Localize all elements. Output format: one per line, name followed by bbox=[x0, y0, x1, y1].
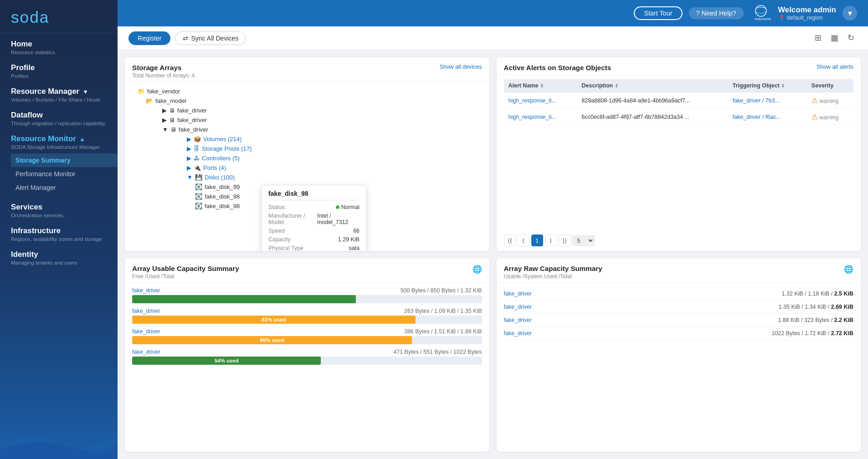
alert-name-col-header[interactable]: Alert Name ⇕ bbox=[504, 79, 577, 92]
tree-driver-2-item[interactable]: ▶ 🖥 fake_driver bbox=[157, 115, 482, 125]
toolbar-left: Register ⇄ Sync All Devices bbox=[128, 31, 246, 45]
raw-cap-label-2[interactable]: fake_driver bbox=[504, 304, 532, 310]
tooltip-physical-type-row: Physical Type sata bbox=[268, 245, 360, 251]
tooltip-speed-row: Speed 66 bbox=[268, 228, 360, 234]
capacity-row-4: fake_driver 471 Bytes / 551 Bytes / 1022… bbox=[132, 349, 482, 365]
sidebar-home-sub: Resource statistics bbox=[11, 50, 107, 55]
cap-bar-3: 80% used bbox=[132, 336, 412, 344]
controllers-icon: 🖧 bbox=[194, 155, 200, 162]
usable-capacity-card: Array Usable Capacity Summary Free /Used… bbox=[125, 258, 489, 452]
tree-controllers-item[interactable]: ▶ 🖧 Controllers (5) bbox=[181, 153, 482, 163]
raw-cap-label-4[interactable]: fake_driver bbox=[504, 330, 532, 337]
tree-volumes-item[interactable]: ▶ 📦 Volumes (214) bbox=[181, 134, 482, 144]
sidebar-navigation: Home Resource statistics Profile Profile… bbox=[0, 33, 118, 418]
content-grid: Storage Arrays Total Number of Arrays: 4… bbox=[118, 50, 868, 459]
raw-capacity-card: Array Raw Capacity Summary Usable /Syste… bbox=[497, 258, 861, 452]
app-logo: soda bbox=[0, 0, 118, 33]
toolbar-right: ⊞ ▦ ↻ bbox=[812, 31, 857, 45]
sync-all-devices-button[interactable]: ⇄ Sync All Devices bbox=[175, 31, 246, 45]
capacity-row-2: fake_driver 263 Bytes / 1.09 KiB / 1.35 … bbox=[132, 308, 482, 324]
sidebar-item-performance-monitor[interactable]: Performance Monitor bbox=[11, 167, 118, 181]
need-help-button[interactable]: ? Need Help? bbox=[689, 7, 744, 19]
triggering-object-col-header[interactable]: Triggering Object ⇕ bbox=[728, 79, 807, 92]
sort-description-icon: ⇕ bbox=[615, 83, 618, 88]
raw-capacity-subtitle: Usable /System Used /Total bbox=[504, 273, 602, 280]
sidebar-item-profile[interactable]: Profile Profiles bbox=[0, 57, 118, 81]
table-row: high_response_ti... 6cc0ec6f-ad87-4f97-a… bbox=[504, 109, 854, 125]
tree-ports-item[interactable]: ▶ 🔌 Ports (4) bbox=[181, 163, 482, 173]
list-view-button[interactable]: ▦ bbox=[828, 31, 841, 45]
alert-name-1[interactable]: high_response_ti... bbox=[508, 97, 556, 104]
storage-arrays-subtitle: Total Number of Arrays: 4 bbox=[132, 72, 195, 79]
sidebar-services-label: Services bbox=[11, 203, 107, 212]
storage-arrays-card: Storage Arrays Total Number of Arrays: 4… bbox=[125, 57, 489, 251]
cap-label-4[interactable]: fake_driver bbox=[132, 349, 160, 355]
chevron-down-icon-3: ▼ bbox=[162, 126, 168, 133]
welcome-section: Welcome admin 📍 default_region bbox=[778, 5, 836, 21]
storage-arrays-title-section: Storage Arrays Total Number of Arrays: 4 bbox=[132, 64, 195, 79]
tree-vendor[interactable]: 📁 fake_vendor bbox=[132, 87, 482, 96]
usable-capacity-header: Array Usable Capacity Summary Free /Used… bbox=[125, 258, 489, 283]
per-page-select[interactable]: 5 10 20 bbox=[572, 235, 595, 246]
grid-view-button[interactable]: ⊞ bbox=[812, 31, 824, 45]
cap-label-1[interactable]: fake_driver bbox=[132, 287, 160, 294]
triggering-obj-2[interactable]: fake_driver / f6ac... bbox=[733, 114, 781, 120]
show-all-alerts-link[interactable]: Show all alerts bbox=[817, 64, 853, 70]
sidebar-item-resource-monitor[interactable]: Resource Monitor ▴ SODA Storage Infrastr… bbox=[0, 128, 118, 152]
cap-label-3[interactable]: fake_driver bbox=[132, 328, 160, 335]
description-col-header[interactable]: Description ⇕ bbox=[577, 79, 728, 92]
globe-icon-raw[interactable]: 🌐 bbox=[844, 265, 853, 274]
disk-icon-98b: 💽 bbox=[195, 203, 202, 209]
tree-disks-item[interactable]: ▼ 💾 Disks (100) bbox=[181, 173, 482, 182]
cap-bar-bg-4: 54% used bbox=[132, 357, 482, 365]
tree-driver-1-item[interactable]: ▶ 🖥 fake_driver bbox=[157, 106, 482, 115]
chevron-down-icon-d: ▼ bbox=[187, 174, 193, 181]
alert-desc-1: 828a8808-1d96-4a84-a9e1-4bb96a9acf7... bbox=[577, 92, 728, 109]
start-tour-button[interactable]: Start Tour bbox=[634, 6, 682, 20]
first-page-button[interactable]: ⟨⟨ bbox=[504, 235, 516, 246]
disk-detail-tooltip: fake_disk_98 Status: Normal Manufacturer… bbox=[262, 185, 366, 251]
sidebar-resource-monitor-label: Resource Monitor ▴ bbox=[11, 134, 107, 143]
tree-storage-pools-item[interactable]: ▶ 🗄 Storage Pools (17) bbox=[181, 144, 482, 153]
active-alerts-title: Active Alerts on Storage Objects bbox=[504, 64, 611, 71]
sidebar-item-infrastructure[interactable]: Infrastructure Regions, availability zon… bbox=[0, 220, 118, 244]
register-button[interactable]: Register bbox=[128, 31, 170, 45]
tooltip-status-row: Status: Normal bbox=[268, 204, 360, 210]
last-page-button[interactable]: ⟩⟩ bbox=[559, 235, 570, 246]
tooltip-mfg-row: Manufacturer / Model Intel / model_7312 bbox=[268, 213, 360, 225]
cap-label-2[interactable]: fake_driver bbox=[132, 308, 160, 314]
raw-cap-row-2: fake_driver 1.35 KiB / 1.34 KiB / 2.69 K… bbox=[504, 301, 854, 314]
sidebar-item-services[interactable]: Services Orchestration services. bbox=[0, 196, 118, 220]
triggering-obj-1[interactable]: fake_driver / 7b3... bbox=[733, 97, 780, 104]
tooltip-capacity-row: Capacity 1.29 KiB bbox=[268, 236, 360, 243]
sidebar-item-alert-manager[interactable]: Alert Manager bbox=[11, 181, 118, 194]
folder-open-icon: 📂 bbox=[146, 97, 153, 104]
tree-model[interactable]: 📂 fake_model bbox=[140, 96, 482, 106]
prev-page-button[interactable]: ⟨ bbox=[518, 235, 529, 246]
next-page-button[interactable]: ⟩ bbox=[545, 235, 557, 246]
sort-triggering-icon: ⇕ bbox=[781, 83, 785, 88]
page-1-button[interactable]: 1 bbox=[531, 235, 543, 246]
tree-driver-3-item[interactable]: ▼ 🖥 fake_driver bbox=[157, 125, 482, 134]
location-icon: 📍 bbox=[778, 15, 786, 21]
raw-cap-label-1[interactable]: fake_driver bbox=[504, 291, 532, 297]
refresh-button[interactable]: ↻ bbox=[845, 31, 857, 45]
raw-capacity-body: fake_driver 1.32 KiB / 1.18 KiB / 2.5 Ki… bbox=[497, 283, 861, 452]
sidebar: soda Home Resource statistics Profile Pr… bbox=[0, 0, 118, 459]
sidebar-item-resource-manager[interactable]: Resource Manager ▾ Volumes / Buckets / F… bbox=[0, 81, 118, 104]
show-all-devices-link[interactable]: Show all devices bbox=[440, 64, 482, 70]
globe-icon-usable[interactable]: 🌐 bbox=[473, 265, 482, 274]
sidebar-wave-decoration bbox=[0, 418, 118, 459]
sidebar-item-storage-summary[interactable]: Storage Summary bbox=[11, 153, 118, 167]
severity-col-header[interactable]: Severity bbox=[807, 79, 853, 92]
raw-cap-label-3[interactable]: fake_driver bbox=[504, 317, 532, 323]
sidebar-item-identity[interactable]: Identity Managing tenants and users bbox=[0, 244, 118, 267]
cap-bar-bg-2: 81% used bbox=[132, 316, 482, 324]
sidebar-services-sub: Orchestration services. bbox=[11, 213, 107, 218]
sidebar-item-home[interactable]: Home Resource statistics bbox=[0, 33, 118, 57]
alert-name-2[interactable]: high_response_ti... bbox=[508, 114, 556, 120]
user-avatar[interactable]: ▾ bbox=[842, 6, 857, 20]
chevron-right-icon: ▶ bbox=[162, 107, 167, 114]
usable-capacity-title: Array Usable Capacity Summary bbox=[132, 265, 239, 272]
sidebar-item-dataflow[interactable]: Dataflow Through migration / replication… bbox=[0, 104, 118, 128]
